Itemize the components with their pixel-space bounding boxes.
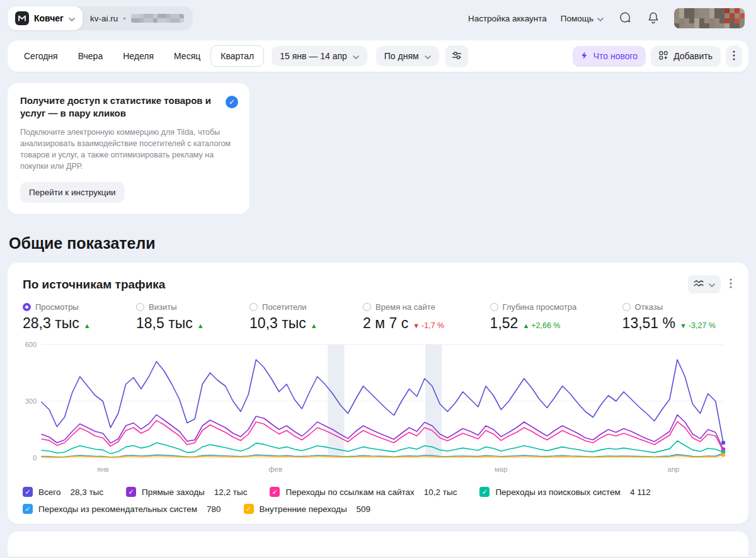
counter-switcher-group: Ковчег kv-ai.ru • xyxy=(8,6,193,30)
granularity-select[interactable]: По дням xyxy=(376,46,439,66)
legend-item-5[interactable]: ✓Внутренние переходы509 xyxy=(244,504,371,514)
avatar[interactable] xyxy=(674,8,745,28)
counter-selector[interactable]: Ковчег xyxy=(8,6,83,30)
chart-area: 0300600янвфевмарапр xyxy=(23,338,733,479)
period-tabs: СегодняВчераНеделяМесяцКвартал xyxy=(14,45,264,67)
metric-value: 13,51 % xyxy=(622,315,675,332)
check-badge-icon: ✓ xyxy=(226,96,238,108)
metric-delta: ▲+2,66 % xyxy=(522,321,560,330)
metric-value: 28,3 тыс xyxy=(23,315,79,332)
metric-radio xyxy=(136,303,144,311)
legend-checkbox-icon: ✓ xyxy=(270,487,280,497)
legend-value: 509 xyxy=(357,504,371,514)
metric-value: 1,52 xyxy=(490,315,518,332)
period-tab-3[interactable]: Месяц xyxy=(164,45,210,67)
kebab-menu-icon xyxy=(733,50,735,62)
add-widget-button[interactable]: Добавить xyxy=(651,46,721,67)
section-title: Общие показатели xyxy=(9,234,756,253)
promo-head: Получите доступ к статистике товаров и у… xyxy=(20,94,238,120)
top-header: Ковчег kv-ai.ru • Настройка аккаунта Пом… xyxy=(0,0,756,31)
legend-item-1[interactable]: ✓Прямые заходы12,2 тыс xyxy=(126,487,247,497)
metric-0[interactable]: Просмотры28,3 тыс▲ xyxy=(23,302,91,332)
svg-text:янв: янв xyxy=(97,465,109,473)
chart-legend: ✓Всего28,3 тыс✓Прямые заходы12,2 тыс✓Пер… xyxy=(23,487,733,514)
legend-item-3[interactable]: ✓Переходы из поисковых систем4 112 xyxy=(479,487,650,497)
metrics-row: Просмотры28,3 тыс▲Визиты18,5 тыс▲Посетит… xyxy=(23,302,733,332)
counter-logo-icon xyxy=(15,11,29,25)
filters-button[interactable] xyxy=(445,45,468,67)
legend-item-4[interactable]: ✓Переходы из рекомендательных систем780 xyxy=(23,504,221,514)
metric-value: 2 м 7 с xyxy=(363,315,408,332)
legend-value: 10,2 тыс xyxy=(424,487,457,497)
svg-text:600: 600 xyxy=(25,341,37,348)
chart-type-icon xyxy=(694,280,704,289)
metric-3[interactable]: Время на сайте2 м 7 с▼-1,7 % xyxy=(363,302,444,332)
add-widget-label: Добавить xyxy=(673,51,713,61)
legend-checkbox-icon: ✓ xyxy=(23,487,33,497)
svg-text:300: 300 xyxy=(25,397,37,405)
period-tab-2[interactable]: Неделя xyxy=(113,45,164,67)
toolbar-right: Что нового Добавить xyxy=(573,45,742,67)
legend-value: 780 xyxy=(207,504,221,514)
counter-name: Ковчег xyxy=(34,13,64,23)
promo-body: Подключите электронную коммерцию для Til… xyxy=(20,127,238,173)
whats-new-button[interactable]: Что нового xyxy=(573,46,646,67)
traffic-sources-widget: По источникам трафика Просмотры28,3 тыс▲… xyxy=(8,263,748,524)
metric-label: Глубина просмотра xyxy=(503,302,577,312)
metric-label: Посетители xyxy=(262,302,307,312)
svg-text:мар: мар xyxy=(495,465,508,473)
legend-item-2[interactable]: ✓Переходы по ссылкам на сайтах10,2 тыс xyxy=(270,487,457,497)
metric-delta: ▼-3,27 % xyxy=(680,321,716,330)
promo-card: Получите доступ к статистике товаров и у… xyxy=(8,83,249,214)
separator-dot: • xyxy=(123,14,126,23)
metric-delta: ▲ xyxy=(197,322,204,329)
date-range-picker[interactable]: 15 янв — 14 апр xyxy=(272,46,367,66)
chevron-down-icon xyxy=(69,14,75,23)
metric-value: 10,3 тыс xyxy=(249,315,306,332)
legend-label: Переходы из поисковых систем xyxy=(495,487,620,497)
metric-1[interactable]: Визиты18,5 тыс▲ xyxy=(136,302,204,332)
chevron-down-icon xyxy=(709,280,715,289)
metric-delta: ▼-1,7 % xyxy=(413,321,444,330)
svg-text:фев: фев xyxy=(268,465,282,473)
widget-title: По источникам трафика xyxy=(23,278,165,292)
bell-icon xyxy=(648,11,659,26)
metric-radio xyxy=(363,303,371,311)
promo-cta-button[interactable]: Перейти к инструкции xyxy=(20,182,125,203)
chart-type-button[interactable] xyxy=(688,275,721,293)
blurred-counter-id xyxy=(131,14,184,23)
metric-5[interactable]: Отказы13,51 %▼-3,27 % xyxy=(622,302,716,332)
metric-radio xyxy=(249,303,258,311)
legend-item-0[interactable]: ✓Всего28,3 тыс xyxy=(23,487,103,497)
metric-delta: ▲ xyxy=(84,322,91,329)
widget-head: По источникам трафика xyxy=(23,275,733,293)
period-tab-4[interactable]: Квартал xyxy=(210,45,264,67)
notifications-button[interactable] xyxy=(646,10,660,27)
svg-text:0: 0 xyxy=(33,454,37,462)
help-menu[interactable]: Помощь xyxy=(561,14,604,23)
site-link[interactable]: kv-ai.ru xyxy=(90,14,118,23)
metric-2[interactable]: Посетители10,3 тыс▲ xyxy=(249,302,318,332)
toolbar-menu-button[interactable] xyxy=(726,45,742,67)
kebab-menu-icon xyxy=(730,278,732,290)
period-tab-1[interactable]: Вчера xyxy=(68,45,113,67)
chat-button[interactable] xyxy=(617,10,633,27)
chat-icon xyxy=(619,11,631,26)
legend-checkbox-icon: ✓ xyxy=(479,487,490,497)
account-settings-link[interactable]: Настройка аккаунта xyxy=(468,14,547,23)
date-range-label: 15 янв — 14 апр xyxy=(280,51,347,61)
legend-checkbox-icon: ✓ xyxy=(126,487,136,497)
legend-value: 12,2 тыс xyxy=(214,487,248,497)
period-tab-0[interactable]: Сегодня xyxy=(14,45,68,67)
metric-4[interactable]: Глубина просмотра1,52▲+2,66 % xyxy=(490,302,577,332)
metric-radio xyxy=(622,303,631,311)
chevron-down-icon xyxy=(425,51,431,61)
traffic-line-chart: 0300600янвфевмарапр xyxy=(23,338,733,479)
legend-label: Всего xyxy=(38,487,60,497)
widget-controls xyxy=(688,275,733,293)
header-actions: Настройка аккаунта Помощь xyxy=(468,8,745,28)
widget-menu-button[interactable] xyxy=(728,277,733,292)
metric-label: Визиты xyxy=(149,302,176,312)
add-widget-icon xyxy=(659,51,668,62)
legend-label: Внутренние переходы xyxy=(260,504,347,514)
